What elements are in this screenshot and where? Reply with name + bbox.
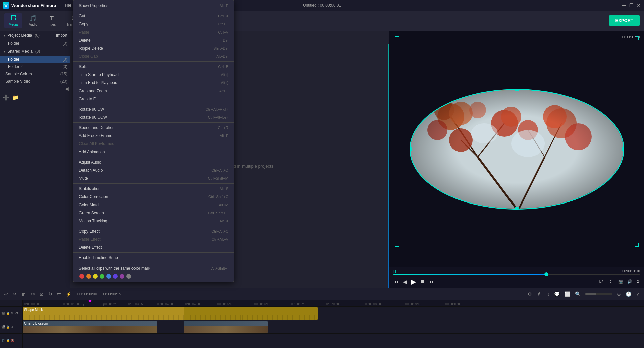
add-folder-icon[interactable]: ➕ <box>3 94 9 101</box>
cm-enable-snap[interactable]: Enable Timeline Snap <box>73 254 234 262</box>
a1-lock-icon[interactable]: 🔒 <box>6 339 10 342</box>
volume-button[interactable]: 🔊 <box>627 279 632 284</box>
cm-split[interactable]: Split Ctrl+B <box>73 63 234 71</box>
maximize-button[interactable]: ❐ <box>629 3 634 8</box>
settings-button[interactable]: ⚙ <box>636 279 640 284</box>
cm-copy-effect[interactable]: Copy Effect Ctrl+Alt+C <box>73 227 234 235</box>
tl-expand-icon[interactable]: ⤢ <box>635 291 641 297</box>
close-button[interactable]: ✕ <box>636 3 641 8</box>
project-media-header[interactable]: ▼ Project Media (0) Import <box>0 31 70 40</box>
crop-handle-left[interactable] <box>410 147 412 151</box>
cm-speed-duration[interactable]: Speed and Duration Ctrl+R <box>73 124 234 132</box>
cm-trim-end[interactable]: Trim End to Playhead Alt+] <box>73 79 234 87</box>
cm-freeze-frame[interactable]: Add Freeze Frame Alt+F <box>73 132 234 140</box>
quality-selector[interactable]: 1/2 <box>598 280 603 284</box>
tl-zoom-out-icon[interactable]: 🔍 <box>574 291 582 297</box>
cm-rotate-ccw[interactable]: Rotate 90 CCW Ctrl+Alt+Left <box>73 113 234 121</box>
snapshot-button[interactable]: 📷 <box>618 279 623 284</box>
tl-redo-icon[interactable]: ↪ <box>11 291 18 297</box>
tab-titles[interactable]: T Titles <box>43 13 61 28</box>
zoom-slider[interactable] <box>585 293 612 295</box>
import-button[interactable]: Import <box>56 33 67 38</box>
v2-eye-icon[interactable]: 👁 <box>11 325 14 329</box>
crop-handle-bl[interactable] <box>410 207 413 210</box>
cm-crop-zoom[interactable]: Crop and Zoom Alt+C <box>73 87 234 95</box>
v1-eye-icon[interactable]: 👁 <box>11 312 14 315</box>
cm-rotate-cw[interactable]: Rotate 90 CW Ctrl+Alt+Right <box>73 105 234 113</box>
tl-rotate-icon[interactable]: ↻ <box>47 291 54 297</box>
cm-color-match[interactable]: Color Match Alt+M <box>73 201 234 209</box>
color-dot-orange[interactable] <box>86 274 91 279</box>
cm-crop-fit[interactable]: Crop to Fit <box>73 95 234 103</box>
progress-thumb[interactable] <box>544 272 548 276</box>
cm-show-properties[interactable]: Show Properties Alt+E <box>73 2 234 10</box>
tl-marker-icon[interactable]: ⬜ <box>563 291 572 297</box>
cm-cut[interactable]: Cut Ctrl+X <box>73 12 234 20</box>
crop-handle-tl[interactable] <box>410 89 413 92</box>
tab-audio[interactable]: 🎵 Audio <box>24 13 42 28</box>
rewind-button[interactable]: ⏮ <box>393 279 399 285</box>
tl-music-icon[interactable]: ♫ <box>545 291 551 297</box>
cm-green-screen[interactable]: Green Screen Ctrl+Shift+G <box>73 209 234 217</box>
playhead[interactable] <box>90 300 90 348</box>
tl-settings-icon[interactable]: ⚙ <box>526 291 533 297</box>
cm-adjust-audio[interactable]: Adjust Audio <box>73 158 234 166</box>
color-dot-green[interactable] <box>100 274 104 279</box>
progress-bar[interactable] <box>393 274 640 275</box>
folder2-item[interactable]: Folder 2 (0) <box>0 63 70 70</box>
folder-item[interactable]: Folder (0) <box>0 40 70 47</box>
cm-delete[interactable]: Delete Del <box>73 36 234 44</box>
play-button[interactable]: ▶ <box>411 278 416 286</box>
cm-delete-effect[interactable]: Delete Effect <box>73 243 234 251</box>
cm-color-correction[interactable]: Color Correction Ctrl+Shift+C <box>73 193 234 201</box>
tl-split-icon[interactable]: ✂ <box>30 291 36 297</box>
cm-trim-start[interactable]: Trim Start to Playhead Alt+[ <box>73 71 234 79</box>
color-dot-yellow[interactable] <box>93 274 98 279</box>
fullscreen-button[interactable]: ⛶ <box>610 279 614 284</box>
create-folder-icon[interactable]: 📁 <box>12 94 19 101</box>
color-dot-violet[interactable] <box>120 274 124 279</box>
shared-media-header[interactable]: ▼ Shared Media (0) <box>0 47 70 56</box>
tl-speed-icon[interactable]: ⚡ <box>64 291 73 297</box>
color-dot-purple[interactable] <box>113 274 118 279</box>
cm-select-same-color[interactable]: Select all clips with the same color mar… <box>73 264 234 272</box>
color-dot-blue[interactable] <box>106 274 111 279</box>
tl-zoom-in-icon[interactable]: ⊕ <box>615 291 622 297</box>
crop-handle-bottom[interactable] <box>515 207 519 210</box>
v2-lock-icon[interactable]: 🔒 <box>6 325 10 329</box>
v1-lock-icon[interactable]: 🔒 <box>6 312 10 315</box>
cm-mute[interactable]: Mute Ctrl+Shift+M <box>73 174 234 182</box>
prev-frame-button[interactable]: ◀ <box>403 279 407 285</box>
export-button[interactable]: EXPORT <box>609 15 640 26</box>
color-dot-red[interactable] <box>79 274 84 279</box>
menu-file[interactable]: File <box>61 2 74 9</box>
tl-mirror-icon[interactable]: ⇄ <box>56 291 62 297</box>
minimize-button[interactable]: ─ <box>621 3 627 8</box>
stop-button[interactable]: ⏹ <box>420 279 425 285</box>
color-dot-gray[interactable] <box>126 274 131 279</box>
tl-clock-icon[interactable]: 🕐 <box>624 291 633 297</box>
cm-motion-tracking[interactable]: Motion Tracking Alt+X <box>73 217 234 225</box>
preview-handle-br[interactable] <box>635 243 639 247</box>
crop-handle-tr[interactable] <box>621 89 624 92</box>
forward-button[interactable]: ⏭ <box>429 279 435 285</box>
clip-gold[interactable] <box>184 307 318 320</box>
cm-ripple-delete[interactable]: Ripple Delete Shift+Del <box>73 44 234 52</box>
collapse-panel-icon[interactable]: ◀ <box>65 86 69 91</box>
tl-voiceover-icon[interactable]: 🎙 <box>535 291 543 297</box>
preview-handle-tl[interactable] <box>395 36 399 40</box>
tab-media[interactable]: 🎞 Media <box>4 13 22 28</box>
sample-colors-item[interactable]: Sample Colors (15) <box>0 70 70 78</box>
crop-handle-br[interactable] <box>621 207 624 210</box>
cm-stabilization[interactable]: Stabilization Alt+S <box>73 185 234 193</box>
cm-copy[interactable]: Copy Ctrl+C <box>73 20 234 28</box>
sample-video-item[interactable]: Sample Video (20) <box>0 78 70 85</box>
clip-cherry-blossom-2[interactable] <box>184 321 268 333</box>
cm-detach-audio[interactable]: Detach Audio Ctrl+Alt+D <box>73 166 234 174</box>
tl-crop-icon[interactable]: ⊠ <box>38 291 45 297</box>
selected-folder-item[interactable]: Folder (0) <box>0 56 70 63</box>
cm-add-animation[interactable]: Add Animation <box>73 148 234 156</box>
crop-handle-right[interactable] <box>622 147 624 151</box>
tl-undo-icon[interactable]: ↩ <box>3 291 9 297</box>
crop-handle-top[interactable] <box>515 89 519 91</box>
